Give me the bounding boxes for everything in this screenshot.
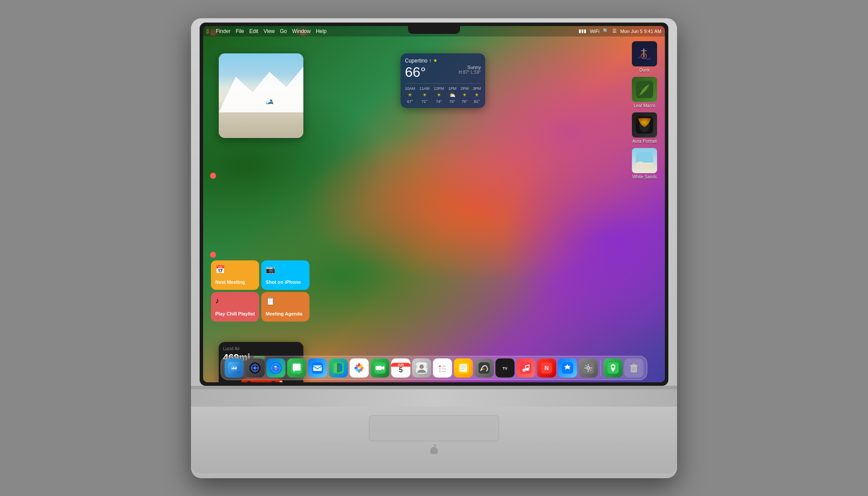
dock-notes[interactable] [454,358,473,378]
aura-label: Aura Portrait [632,139,657,144]
skier-figure: 🎿 [265,97,274,105]
svg-point-22 [254,367,256,369]
svg-rect-47 [416,365,418,368]
dunk-icon-img [632,41,657,66]
forecast-1pm: 1PM ⛅ 76° [448,86,457,104]
svg-rect-8 [641,50,647,51]
dock-appletv[interactable]: TV [496,358,515,378]
forecast-3pm: 3PM ☀ 81° [473,86,481,104]
shortcut-play-chill[interactable]: ♪ Play Chill Playlist [211,292,259,322]
dock-facetime[interactable] [371,358,390,378]
keyboard-hint: · · · · · · · · · · · · · · · · · · · · … [330,396,538,400]
music-icon [520,362,532,374]
dock-trash[interactable] [625,358,644,378]
desktop-icon-white-sands[interactable]: White Sands [629,148,660,179]
svg-rect-59 [461,368,466,368]
aura-icon-img [632,112,657,138]
dock-maps[interactable] [329,358,348,378]
menu-bar-right: ▮▮▮ WiFi 🔍 ☰ Mon Jun 5 9:41 AM [579,28,661,34]
dock-reminders[interactable] [433,358,452,378]
shortcut-meeting-agenda[interactable]: 📋 Meeting Agenda [261,292,309,322]
menu-edit[interactable]: Edit [249,28,258,34]
white-sands-icon-img [632,148,657,173]
menu-bar-left:  Finder File Edit View Go Window Help [207,28,326,35]
trash-icon [628,362,640,374]
menu-view[interactable]: View [263,28,275,34]
wifi-icon: WiFi [590,29,599,34]
dock-messages[interactable] [287,358,306,378]
apple-logo-icon[interactable]:  [207,28,209,35]
shortcut-next-meeting[interactable]: 📅 Next Meeting [211,260,259,290]
dock-contacts[interactable] [412,358,431,378]
messages-icon [291,362,302,374]
music-shortcut-icon: ♪ [215,296,255,305]
dock-news[interactable]: N [537,358,556,378]
mail-icon [312,362,323,374]
dock-music[interactable] [516,358,536,378]
forecast-12pm: 12PM ☀ 74° [434,86,444,104]
dock-safari[interactable] [266,358,286,378]
svg-rect-61 [479,362,490,374]
menu-help[interactable]: Help [316,28,327,34]
search-icon[interactable]: 🔍 [603,28,609,34]
calendar-date-label: 5 [399,367,403,374]
svg-point-27 [275,367,277,369]
svg-text:N: N [544,365,549,371]
svg-rect-82 [630,365,638,366]
weather-star-icon: ★ [433,58,437,63]
dock-photos[interactable] [350,358,369,378]
desktop-icon-aura[interactable]: Aura Portrait [629,112,660,144]
photo-widget: 🎿 [219,53,303,138]
appstore-icon [562,362,573,374]
car-widget-close-button[interactable] [210,173,216,179]
desktop-icon-dunk[interactable]: Dunk [629,41,660,72]
calendar-shortcut-icon: 📅 [215,265,255,274]
menu-finder[interactable]: Finder [216,28,230,34]
sun-icon-3: ☀ [437,92,441,98]
keyboard-row: · · · · · · · · · · · · · · · · · · · · … [191,389,677,407]
camera-shortcut-icon: 📷 [266,265,305,274]
leaf-icon-svg [636,81,653,98]
menu-file[interactable]: File [236,28,244,34]
shortcut-chill-label: Play Chill Playlist [215,311,255,317]
launchpad-icon [250,362,261,374]
laptop-hinge [191,386,677,389]
cloud-sun-icon: ⛅ [449,92,456,98]
dock-mail[interactable] [308,358,327,378]
dock-freeform[interactable] [475,358,494,378]
dunk-icon-svg [636,45,653,62]
safari-icon [270,362,282,374]
dock-calendar[interactable]: JUN 5 [391,358,411,378]
svg-rect-74 [588,370,589,372]
dock-find-my[interactable] [604,358,623,378]
dock-appstore[interactable] [558,358,577,378]
weather-temperature: 66° [405,65,426,80]
control-center-icon[interactable]: ☰ [612,28,617,34]
dock-launchpad[interactable] [246,358,265,378]
svg-rect-83 [633,364,635,365]
shortcuts-widget-close-button[interactable] [210,252,216,258]
forecast-11am: 11AM ☀ 71° [419,86,430,104]
sun-icon-4: ☀ [462,92,467,98]
svg-rect-55 [442,371,446,372]
weather-condition: Sunny [459,65,481,70]
dock-finder[interactable] [225,358,244,378]
menu-window[interactable]: Window [292,28,311,34]
svg-rect-53 [442,368,446,369]
camera-notch [408,26,460,34]
dock-system-settings[interactable] [579,358,598,378]
menu-go[interactable]: Go [280,28,287,34]
shortcut-shot-on-iphone[interactable]: 📷 Shot on iPhone [261,260,309,290]
datetime-display: Mon Jun 5 9:41 AM [620,29,661,34]
trackpad[interactable] [369,415,499,441]
svg-rect-75 [585,368,586,368]
apple-logo-bottom [430,445,438,455]
desktop-icon-leaf[interactable]: Leaf Macro [629,77,660,108]
finder-icon [228,362,240,374]
svg-rect-76 [591,368,592,368]
shortcut-iphone-label: Shot on iPhone [266,279,305,285]
svg-point-54 [439,371,441,372]
svg-rect-30 [313,365,322,371]
contacts-icon [416,362,427,374]
leaf-label: Leaf Macro [634,103,655,108]
